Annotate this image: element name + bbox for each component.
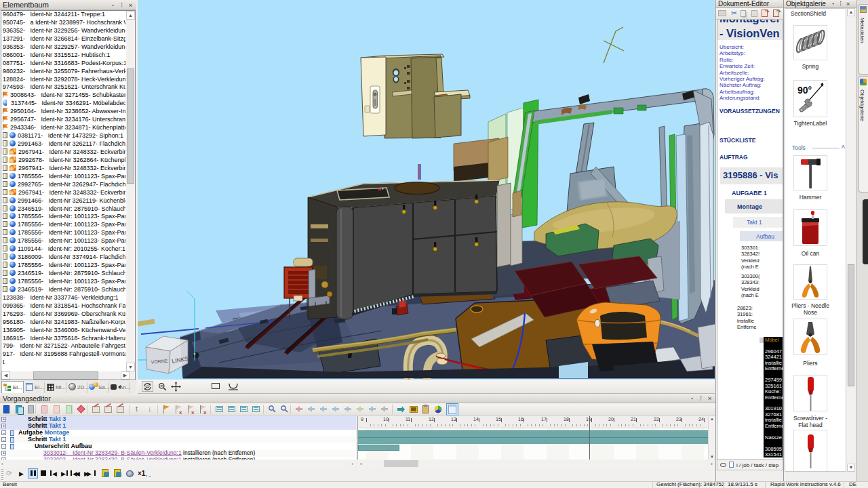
svg-text:90°: 90° bbox=[797, 85, 812, 96]
